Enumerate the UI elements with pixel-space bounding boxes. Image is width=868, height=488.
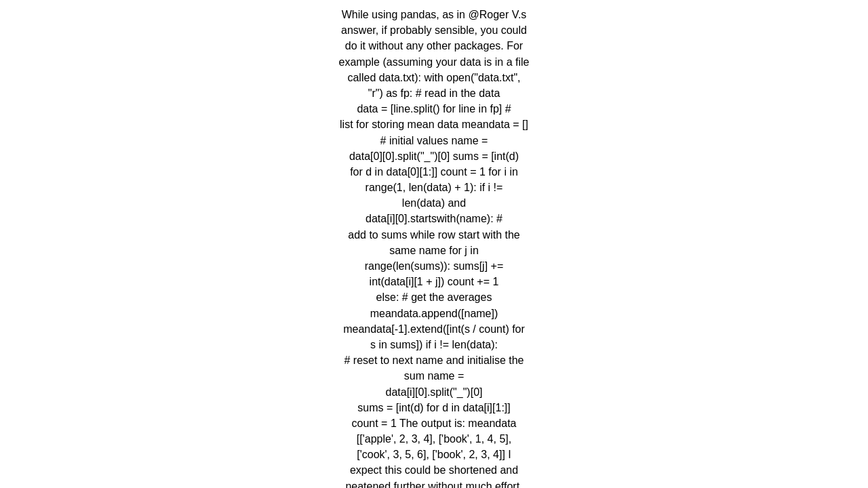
text-line: data[0][0].split("_")[0] sums = [int(d) — [338, 148, 529, 164]
text-line: list for storing mean data meandata = [] — [338, 117, 529, 132]
text-line: "r") as fp: # read in the data — [338, 85, 529, 101]
text-line: add to sums while row start with the — [338, 227, 529, 243]
text-line: example (assuming your data is in a file — [338, 54, 529, 70]
text-line: # reset to next name and initialise the — [338, 352, 529, 368]
text-line: len(data) and — [338, 195, 529, 211]
text-line: # initial values name = — [338, 133, 529, 148]
main-content: While using pandas, as in @Roger V.sansw… — [338, 7, 529, 488]
text-line: data[i][0].split("_")[0] — [338, 384, 529, 400]
text-line: sums = [int(d) for d in data[i][1:]] — [338, 400, 529, 415]
text-line: for d in data[0][1:]] count = 1 for i in — [338, 164, 529, 180]
text-line: [['apple', 2, 3, 4], ['book', 1, 4, 5], — [338, 431, 529, 447]
text-line: range(1, len(data) + 1): if i != — [338, 180, 529, 195]
text-line: do it without any other packages. For — [338, 38, 529, 54]
text-line: count = 1 The output is: meandata — [338, 415, 529, 431]
text-line: s in sums]) if i != len(data): — [338, 337, 529, 352]
text-line: int(data[i][1 + j]) count += 1 — [338, 274, 529, 289]
text-line: neatened further without much effort. — [338, 479, 529, 488]
text-line: answer, if probably sensible, you could — [338, 22, 529, 38]
text-line: ['cook', 3, 5, 6], ['book', 2, 3, 4]] I — [338, 447, 529, 462]
text-line: same name for j in — [338, 243, 529, 258]
text-line: expect this could be shortened and — [338, 462, 529, 478]
text-line: called data.txt): with open("data.txt", — [338, 70, 529, 85]
text-line: data = [line.split() for line in fp] # — [338, 101, 529, 117]
text-line: meandata.append([name]) — [338, 306, 529, 321]
text-line: else: # get the averages — [338, 289, 529, 305]
text-line: While using pandas, as in @Roger V.s — [338, 7, 529, 22]
text-line: range(len(sums)): sums[j] += — [338, 258, 529, 274]
text-line: sum name = — [338, 368, 529, 384]
text-line: meandata[-1].extend([int(s / count) for — [338, 321, 529, 337]
text-line: data[i][0].startswith(name): # — [338, 211, 529, 226]
